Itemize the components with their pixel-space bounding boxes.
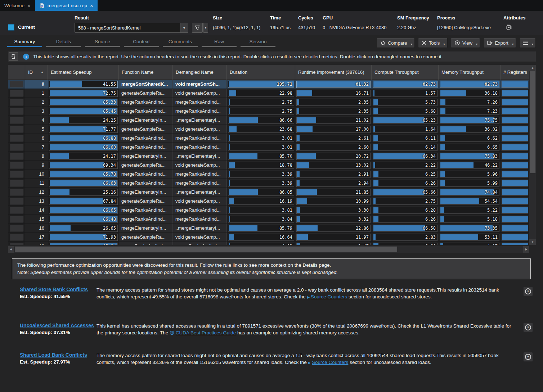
row-handle[interactable]: [8, 206, 25, 215]
row-handle[interactable]: [8, 107, 25, 116]
cell-demangled-name[interactable]: void mergeSortSh...: [173, 80, 227, 89]
close-icon[interactable]: ×: [27, 3, 31, 9]
attributes-chip-icon[interactable]: [506, 24, 512, 31]
expand-rule-button[interactable]: ▼: [523, 287, 533, 296]
table-row[interactable]: 0 41.55 mergeSortSharedK... void mergeSo…: [8, 80, 529, 89]
tab-details[interactable]: Details: [46, 37, 81, 47]
header-compute-throughput[interactable]: Compute Throughput: [372, 65, 439, 80]
row-handle[interactable]: [8, 143, 25, 152]
tab-context[interactable]: Context: [124, 37, 159, 47]
tab-welcome[interactable]: Welcome ×: [0, 0, 35, 11]
cell-demangled-name[interactable]: mergeRanksAndInd...: [173, 134, 227, 143]
scroll-right-icon[interactable]: ▶: [523, 246, 529, 253]
table-row[interactable]: 15 86.48 mergeRanksAndInd... mergeRanksA…: [8, 215, 529, 224]
table-row[interactable]: 6 86.88 mergeRanksAndInd... mergeRanksAn…: [8, 134, 529, 143]
cell-demangled-name[interactable]: mergeRanksAndInd...: [173, 107, 227, 116]
header-runtime-improvement[interactable]: Runtime Improvement (387616): [295, 65, 372, 80]
row-handle[interactable]: [8, 170, 25, 179]
tab-report[interactable]: mergesort.ncu-rep ×: [35, 0, 98, 11]
tab-raw[interactable]: Raw: [202, 37, 237, 47]
row-handle[interactable]: [8, 134, 25, 143]
table-row[interactable]: 3 85.45 mergeRanksAndInd... mergeRanksAn…: [8, 107, 529, 116]
chevron-down-icon[interactable]: ▾: [180, 23, 188, 32]
header-estimated-speedup[interactable]: Estimated Speedup: [48, 65, 119, 80]
expand-rule-button[interactable]: ▼: [523, 352, 533, 362]
cell-demangled-name[interactable]: mergeRanksAndInd...: [173, 170, 227, 179]
table-row[interactable]: 17 71.93 generateSampleRa... void genera…: [8, 233, 529, 242]
source-counters-link[interactable]: Source Counters: [311, 294, 347, 299]
table-row[interactable]: 14 86.65 mergeRanksAndInd... mergeRanksA…: [8, 206, 529, 215]
row-handle[interactable]: [8, 80, 25, 89]
row-handle[interactable]: [8, 116, 25, 125]
source-counters-link[interactable]: Source Counters: [312, 360, 348, 365]
cell-demangled-name[interactable]: mergeRanksAndInd...: [173, 215, 227, 224]
cell-demangled-name[interactable]: ..mergeElementaryI...: [173, 188, 227, 197]
cell-demangled-name[interactable]: void generateSamp...: [173, 89, 227, 98]
row-handle[interactable]: [8, 125, 25, 134]
cell-demangled-name[interactable]: void generateSamp...: [173, 161, 227, 170]
row-handle[interactable]: [8, 152, 25, 161]
rule-link[interactable]: Shared Store Bank Conflicts: [20, 287, 97, 292]
header-demangled-name[interactable]: Demangled Name: [173, 65, 227, 80]
cell-demangled-name[interactable]: mergeRanksAndInd...: [173, 242, 227, 245]
row-handle[interactable]: [8, 188, 25, 197]
row-handle[interactable]: [8, 233, 25, 242]
menu-button[interactable]: ▾: [519, 38, 536, 48]
cell-demangled-name[interactable]: mergeRanksAndInd...: [173, 179, 227, 188]
table-row[interactable]: 16 26.65 mergeElementaryIn... ..mergeEle…: [8, 224, 529, 233]
row-handle[interactable]: [8, 224, 25, 233]
table-row[interactable]: 18 85.94 mergeRanksAndInd... mergeRanksA…: [8, 242, 529, 245]
table-row[interactable]: 11 86.63 mergeRanksAndInd... mergeRanksA…: [8, 179, 529, 188]
row-handle[interactable]: [8, 161, 25, 170]
horizontal-scrollbar[interactable]: ◀ ▶: [8, 246, 529, 253]
row-handle[interactable]: [8, 179, 25, 188]
cell-demangled-name[interactable]: void generateSamp...: [173, 233, 227, 242]
rule-link[interactable]: Uncoalesced Shared Accesses: [20, 323, 97, 328]
cuda-best-practices-link[interactable]: CUDA Best Practices Guide: [176, 330, 236, 335]
header-registers[interactable]: # Registers: [501, 65, 529, 80]
table-row[interactable]: 1 72.75 generateSampleRa... void generat…: [8, 89, 529, 98]
cell-demangled-name[interactable]: void generateSamp...: [173, 125, 227, 134]
scroll-down-icon[interactable]: ▼: [529, 239, 536, 245]
table-row[interactable]: 4 24.25 mergeElementaryIn... ..mergeElem…: [8, 116, 529, 125]
result-select[interactable]: 588 - mergeSortSharedKernel ▾: [75, 23, 188, 33]
cell-demangled-name[interactable]: mergeRanksAndInd...: [173, 98, 227, 107]
cell-demangled-name[interactable]: mergeRanksAndInd...: [173, 206, 227, 215]
rule-link[interactable]: Shared Load Bank Conflicts: [20, 352, 97, 358]
table-row[interactable]: 7 86.60 mergeRanksAndInd... mergeRanksAn…: [8, 143, 529, 152]
tab-source[interactable]: Source: [85, 37, 120, 47]
compare-button[interactable]: Compare▾: [377, 38, 415, 48]
tab-summary[interactable]: Summary: [7, 37, 42, 47]
table-row[interactable]: 9 69.34 generateSampleRa... void generat…: [8, 161, 529, 170]
table-row[interactable]: 8 24.17 mergeElementaryIn... ..mergeElem…: [8, 152, 529, 161]
export-button[interactable]: Export▾: [483, 38, 516, 48]
vertical-scrollbar[interactable]: ▲ ▼: [529, 65, 536, 245]
row-handle[interactable]: [8, 98, 25, 107]
filter-button[interactable]: [192, 23, 203, 33]
view-button[interactable]: View▾: [451, 38, 480, 48]
table-row[interactable]: 2 85.33 mergeRanksAndInd... mergeRanksAn…: [8, 98, 529, 107]
row-handle[interactable]: [8, 197, 25, 206]
cell-demangled-name[interactable]: mergeRanksAndInd...: [173, 143, 227, 152]
header-id[interactable]: ID▲: [25, 65, 48, 80]
table-row[interactable]: 12 25.16 mergeElementaryIn... ..mergeEle…: [8, 188, 529, 197]
tools-button[interactable]: Tools▾: [418, 38, 448, 48]
cell-demangled-name[interactable]: void generateSamp...: [173, 197, 227, 206]
header-memory-throughput[interactable]: Memory Throughput: [439, 65, 501, 80]
horizontal-scrollbar-thumb[interactable]: [15, 247, 397, 252]
cell-demangled-name[interactable]: ..mergeElementaryI...: [173, 116, 227, 125]
transpose-table-button[interactable]: [9, 52, 18, 61]
cell-demangled-name[interactable]: ..mergeElementaryI...: [173, 224, 227, 233]
row-handle[interactable]: [8, 215, 25, 224]
row-handle[interactable]: [8, 242, 25, 245]
table-row[interactable]: 5 71.77 generateSampleRa... void generat…: [8, 125, 529, 134]
scroll-up-icon[interactable]: ▲: [529, 65, 536, 71]
tab-comments[interactable]: Comments: [163, 37, 198, 47]
close-icon[interactable]: ×: [90, 3, 93, 9]
header-function-name[interactable]: Function Name: [119, 65, 173, 80]
vertical-scrollbar-thumb[interactable]: [530, 71, 535, 173]
cell-demangled-name[interactable]: ..mergeElementaryI...: [173, 152, 227, 161]
header-duration[interactable]: Duration: [227, 65, 295, 80]
table-row[interactable]: 13 67.84 generateSampleRa... void genera…: [8, 197, 529, 206]
expand-rule-button[interactable]: ▼: [523, 323, 533, 332]
